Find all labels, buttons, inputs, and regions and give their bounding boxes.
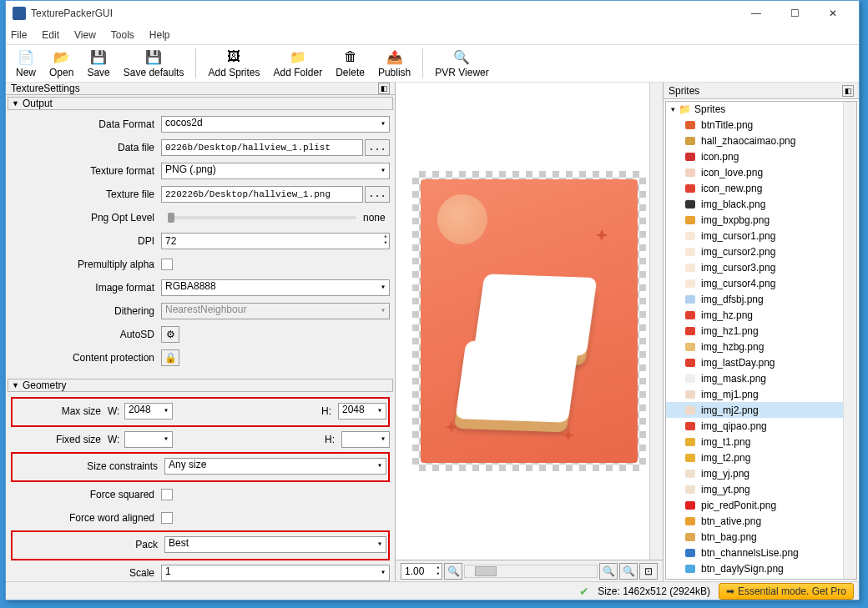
sprite-item[interactable]: img_black.png [666,196,856,212]
preview-area[interactable] [396,83,663,560]
toolbar-save-defaults-button[interactable]: 💾Save defaults [119,47,189,80]
preview-vscroll[interactable] [649,83,663,560]
output-section-header[interactable]: ▼ Output [8,97,393,110]
sprite-list-vscroll[interactable] [843,102,856,579]
sprite-item[interactable]: img_t2.png [666,450,856,465]
zoom-spinner[interactable]: 1.00 [401,563,442,580]
premultiply-checkbox[interactable] [161,259,173,270]
sprite-item[interactable]: icon.png [666,148,856,164]
sprite-root[interactable]: ▾ 📁 Sprites [666,102,856,117]
data-file-browse-button[interactable]: ... [365,139,390,156]
sprite-thumb-icon [684,500,696,511]
autosd-button[interactable]: ⚙ [161,326,179,343]
sprite-item[interactable]: img_mj1.png [666,386,856,402]
sprite-item[interactable]: icon_love.png [666,164,856,180]
fixed-width-select[interactable] [124,431,173,448]
data-format-select[interactable]: cocos2d [161,116,390,133]
pack-select[interactable]: Best [164,536,386,553]
preview-image [421,179,638,463]
sprite-item[interactable]: btn_ative.png [666,513,856,529]
statusbar: ✔ Size: 1462x512 (2924kB) ➡ Essential mo… [6,581,859,600]
menu-file[interactable]: File [11,29,27,41]
force-word-aligned-label: Force word aligned [11,512,161,524]
fixed-height-select[interactable] [341,431,390,448]
sprite-item[interactable]: img_yt.png [666,481,856,497]
zoom-out-button[interactable]: 🔍 [444,563,462,580]
fixed-size-label: Fixed size [11,434,108,445]
sprite-item[interactable]: img_hzbg.png [666,339,856,354]
dithering-select[interactable]: NearestNeighbour [161,303,390,319]
force-word-aligned-checkbox[interactable] [161,512,173,524]
sprite-item[interactable]: img_cursor4.png [666,275,856,291]
sprite-list[interactable]: ▾ 📁 Sprites btnTitle.pnghall_zhaocaimao.… [665,101,857,580]
window-maximize[interactable]: ☐ [775,1,814,26]
toolbar-add-folder-button[interactable]: 📁Add Folder [269,47,328,80]
scale-select[interactable]: 1 [161,565,390,581]
settings-panel: TextureSettings ◧ ▼ Output Data Formatco… [6,83,396,581]
sprite-item[interactable]: img_cursor1.png [666,228,856,244]
sprite-item[interactable]: img_hz.png [666,307,856,323]
toolbar-new-button[interactable]: 📄New [11,47,41,80]
sprite-thumb-icon [684,151,696,163]
texture-file-browse-button[interactable]: ... [365,186,390,203]
texture-format-select[interactable]: PNG (.png) [161,163,390,179]
sprite-item[interactable]: icon_new.png [666,180,856,196]
toolbar-delete-button[interactable]: 🗑Delete [331,47,370,80]
toolbar-open-button[interactable]: 📂Open [44,47,78,80]
toolbar-publish-button[interactable]: 📤Publish [373,47,416,80]
size-constraints-select[interactable]: Any size [164,458,386,475]
save-icon: 💾 [90,48,107,65]
data-format-label: Data Format [11,118,161,130]
sprite-item[interactable]: hall_zhaocaimao.png [666,133,856,148]
max-height-select[interactable]: 2048 [338,403,386,420]
status-size-text: Size: 1462x512 (2924kB) [598,585,710,597]
sprite-item[interactable]: img_cursor3.png [666,259,856,275]
sprite-item[interactable]: img_mask.png [666,370,856,386]
menu-edit[interactable]: Edit [42,29,59,41]
scale-label: Scale [11,567,161,579]
png-opt-slider[interactable] [168,216,356,219]
collapse-arrow-icon: ▾ [671,105,675,113]
sprite-item[interactable]: img_lastDay.png [666,354,856,370]
toolbar-add-sprites-button[interactable]: 🖼Add Sprites [203,47,265,80]
sprite-item[interactable]: btnTitle.png [666,117,856,133]
sprite-item[interactable]: btn_bag.png [666,529,856,545]
toolbar-pvr-viewer-button[interactable]: 🔍PVR Viewer [430,47,493,80]
menu-tools[interactable]: Tools [111,29,134,41]
sprite-item[interactable]: btn_daylySign.png [666,560,856,576]
sprite-item[interactable]: img_bxpbg.png [666,212,856,228]
zoom-bar: 1.00 🔍 🔍 🔍 ⊡ [396,560,663,581]
menu-help[interactable]: Help [149,29,170,41]
sprite-item[interactable]: img_cursor2.png [666,244,856,259]
sprite-item[interactable]: img_dfsbj.png [666,291,856,307]
sprite-item[interactable]: img_hz1.png [666,323,856,339]
sprite-item[interactable]: img_mj2.png [666,402,856,418]
geometry-section-header[interactable]: ▼ Geometry [8,379,393,392]
image-format-select[interactable]: RGBA8888 [161,279,390,296]
zoom-fit-button[interactable]: 🔍 [619,563,638,580]
texture-file-input[interactable] [161,186,363,203]
sprite-item[interactable]: btn_channelsLise.png [666,545,856,560]
sprite-name: btn_daylySign.png [701,563,784,575]
content-protection-button[interactable]: 🔒 [161,349,179,366]
force-squared-checkbox[interactable] [161,489,173,500]
window-minimize[interactable]: — [737,1,775,26]
sprite-item[interactable]: img_qipao.png [666,418,856,434]
sprite-thumb-icon [684,389,696,400]
zoom-scrollbar[interactable] [464,565,598,578]
data-file-input[interactable] [161,139,363,156]
promo-button[interactable]: ➡ Essential mode. Get Pro [719,583,854,600]
toolbar-save-button[interactable]: 💾Save [82,47,114,80]
sprite-item[interactable]: img_yj.png [666,465,856,481]
dock-toggle-icon[interactable]: ◧ [842,85,854,97]
zoom-actual-button[interactable]: ⊡ [639,563,658,580]
sprite-item[interactable]: img_t1.png [666,434,856,450]
zoom-in-button[interactable]: 🔍 [599,563,618,580]
dpi-spinner[interactable]: 72 [161,233,390,249]
sprite-item[interactable]: pic_redPonit.png [666,497,856,513]
window-close[interactable]: ✕ [814,1,852,26]
menu-view[interactable]: View [74,29,96,41]
dock-toggle-icon[interactable]: ◧ [378,83,390,94]
max-width-select[interactable]: 2048 [124,403,173,420]
sprite-thumb-icon [684,531,696,543]
